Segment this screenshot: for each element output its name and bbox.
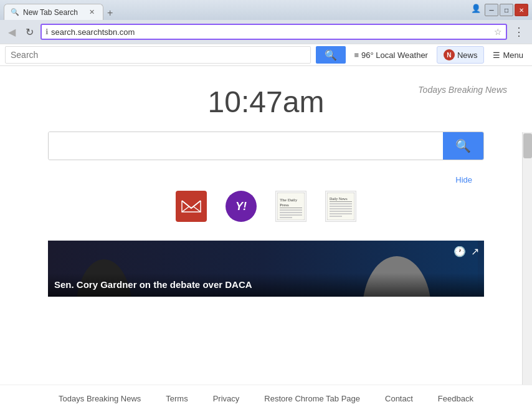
footer-link-privacy[interactable]: Privacy [213,394,240,403]
footer-link-terms[interactable]: Terms [166,394,188,403]
footer-link-breaking-news[interactable]: Todays Breaking News [59,394,141,403]
svg-rect-6 [280,208,302,208]
news-label: News [457,50,478,60]
address-bar-wrap: ℹ ☆ [40,24,507,40]
footer-link-restore-chrome[interactable]: Restore Chrome Tab Page [264,394,360,403]
svg-rect-16 [330,208,352,209]
toolbar: 🔍 ≡ 96° Local Weather N News ☰ Menu [0,44,532,66]
close-button[interactable]: ✕ [515,4,528,16]
reload-button[interactable]: ↻ [22,25,37,39]
weather-icon: ≡ [354,50,359,60]
menu-icon: ☰ [493,50,500,60]
browser-menu-button[interactable]: ⋮ [511,24,527,40]
tab-label: New Tab Search [23,8,78,17]
menu-button[interactable]: ☰ Menu [489,49,527,61]
quick-link-daily-news[interactable]: Daily News [322,191,359,222]
svg-rect-15 [330,206,352,207]
time-section: 10:47am [10,66,522,132]
svg-rect-19 [330,216,342,217]
svg-rect-13 [330,201,352,202]
news-image: Sen. Cory Gardner on the debate over DAC… [48,241,484,297]
footer: Todays Breaking News Terms Privacy Resto… [0,385,532,412]
quick-link-daily-press[interactable]: The Daily Press [272,191,310,222]
weather-label: 96° Local Weather [361,50,428,60]
svg-rect-8 [280,212,302,213]
news-button[interactable]: N News [437,46,485,64]
quick-links: Y! The Daily Press [10,191,522,222]
svg-text:Daily News: Daily News [330,197,348,201]
tab-area: 🔍 New Tab Search ✕ + [4,0,468,20]
svg-rect-17 [330,211,352,212]
news-clock-icon[interactable]: 🕐 [454,246,466,257]
svg-rect-10 [280,217,292,218]
gmail-icon [176,191,207,222]
daily-press-icon: The Daily Press [275,191,306,222]
footer-link-feedback[interactable]: Feedback [438,394,473,403]
bookmark-icon[interactable]: ☆ [494,27,502,37]
svg-rect-18 [330,213,352,214]
svg-text:Press: Press [280,203,289,208]
main-search-icon: 🔍 [455,139,471,153]
breaking-news-label: Todays Breaking News [418,85,507,95]
security-icon: ℹ [45,27,49,36]
toolbar-search-button[interactable]: 🔍 [316,46,346,64]
svg-rect-9 [280,214,302,216]
daily-news-svg: Daily News [327,193,354,220]
content-area: 10:47am Todays Breaking News 🔍 Hide [0,66,532,297]
quick-link-gmail[interactable] [173,191,210,222]
window-controls: 👤 ─ □ ✕ [471,4,528,16]
new-tab-button[interactable]: + [103,6,116,20]
quick-link-yahoo[interactable]: Y! [222,191,260,222]
minimize-button[interactable]: ─ [485,4,498,16]
news-share-icon[interactable]: ↗ [471,246,479,257]
toolbar-search-input[interactable] [5,46,311,64]
menu-label: Menu [503,50,523,60]
back-button[interactable]: ◀ [5,25,19,39]
hide-link[interactable]: Hide [10,175,472,184]
tab-favicon: 🔍 [11,8,19,16]
title-bar: 🔍 New Tab Search ✕ + 👤 ─ □ ✕ [0,0,532,20]
toolbar-search-icon: 🔍 [325,49,337,61]
main-search-button[interactable]: 🔍 [443,132,483,160]
main-search-input[interactable] [49,132,443,160]
footer-link-contact[interactable]: Contact [385,394,413,403]
news-title: Sen. Cory Gardner on the debate over DAC… [54,279,252,290]
daily-news-icon: Daily News [325,191,356,222]
browser-tab[interactable]: 🔍 New Tab Search ✕ [4,4,103,20]
svg-text:The Daily: The Daily [280,198,298,203]
gmail-envelope-svg [181,198,202,214]
window-user-icon: 👤 [471,4,481,16]
main-content: 10:47am Todays Breaking News 🔍 Hide [0,66,532,385]
yahoo-icon: Y! [226,191,257,222]
tab-close-button[interactable]: ✕ [87,7,97,17]
address-input[interactable] [51,27,492,37]
svg-rect-14 [330,203,352,204]
news-action-icons: 🕐 ↗ [454,246,479,257]
news-article: Sen. Cory Gardner on the debate over DAC… [48,241,484,297]
main-search-box: 🔍 [48,132,484,160]
news-icon: N [444,49,455,60]
svg-rect-7 [280,209,302,211]
news-overlay: Sen. Cory Gardner on the debate over DAC… [48,273,484,297]
maximize-button[interactable]: □ [500,4,513,16]
newspaper-svg: The Daily Press [277,193,305,220]
weather-button[interactable]: ≡ 96° Local Weather [351,49,432,61]
nav-bar: ◀ ↻ ℹ ☆ ⋮ [0,20,532,44]
